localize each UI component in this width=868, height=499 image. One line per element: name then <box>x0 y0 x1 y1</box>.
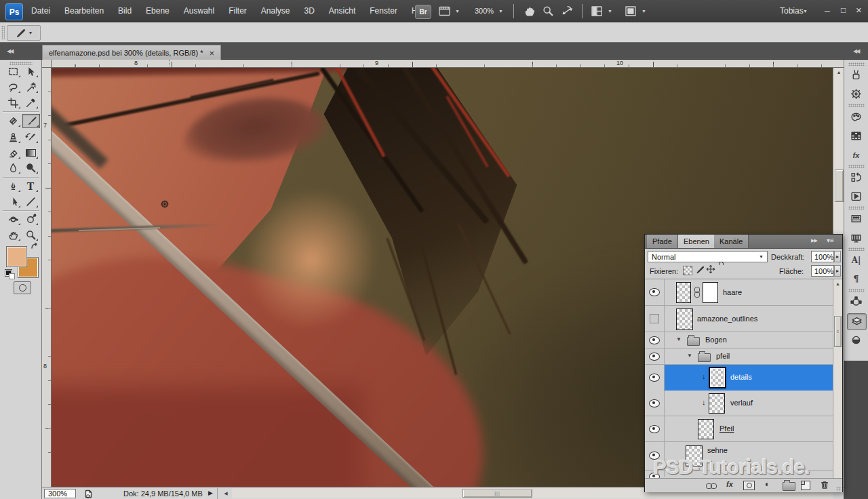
marquee-tool[interactable] <box>5 65 21 78</box>
dock-collapse-icon[interactable]: ◀◀ <box>853 48 859 54</box>
vertical-scroll-thumb[interactable] <box>835 169 844 202</box>
menu-auswahl[interactable]: Auswahl <box>184 0 214 22</box>
magic-wand-tool[interactable] <box>22 81 39 94</box>
history-panel-icon[interactable] <box>847 169 865 185</box>
layers-scroll-thumb[interactable]: ≡ <box>834 316 842 347</box>
menu-datei[interactable]: Datei <box>31 0 50 22</box>
adjustment-layer-icon[interactable]: ◐ <box>765 479 770 489</box>
panel-menu-icon[interactable]: ▾≡ <box>827 237 834 244</box>
menu-3d[interactable]: 3D <box>304 0 315 22</box>
lock-transparency-icon[interactable] <box>683 266 692 275</box>
close-button[interactable]: × <box>856 0 862 20</box>
layer-row-pfeil[interactable]: Pfeil <box>645 416 833 442</box>
blend-mode-select[interactable]: Normal▼ <box>648 251 768 262</box>
move-tool[interactable] <box>22 65 39 78</box>
zoom-tool-icon[interactable] <box>542 5 554 17</box>
ruler-origin-box[interactable] <box>42 60 52 68</box>
add-mask-icon[interactable] <box>743 481 755 490</box>
hand-tool[interactable] <box>5 228 21 241</box>
animation-panel-icon[interactable] <box>847 230 865 245</box>
pen-tool[interactable] <box>5 180 21 193</box>
layer-fill-field[interactable]: 100% <box>811 265 834 277</box>
3d-rotate-tool[interactable] <box>5 213 21 226</box>
dodge-tool[interactable] <box>22 161 39 174</box>
screen-mode-icon[interactable] <box>625 5 637 17</box>
layer-row-bogen[interactable]: ▼ Bogen <box>645 332 833 348</box>
measurement-log-panel-icon[interactable] <box>847 211 865 226</box>
layer-thumbnail[interactable] <box>709 367 726 388</box>
eraser-tool[interactable] <box>5 146 21 159</box>
document-tab[interactable]: elfenamazone.psd bei 300% (details, RGB/… <box>42 45 221 60</box>
character-panel-icon[interactable]: A| <box>847 252 865 268</box>
type-tool[interactable]: T <box>22 180 39 193</box>
brush-presets-panel-icon[interactable] <box>847 67 865 83</box>
menu-fenster[interactable]: Fenster <box>370 0 397 22</box>
horizontal-scroll-thumb[interactable]: ||| <box>462 489 532 498</box>
layer-style-icon[interactable]: fx <box>726 480 733 488</box>
scroll-left-icon[interactable]: ◀ <box>221 488 231 498</box>
layers-panel-icon[interactable] <box>847 313 867 330</box>
quick-mask-button[interactable] <box>14 281 31 294</box>
status-zoom-field[interactable]: 300% <box>44 489 76 498</box>
menu-bearbeiten[interactable]: Bearbeiten <box>64 0 104 22</box>
workspace-user[interactable]: Tobias <box>780 0 804 22</box>
actions-panel-icon[interactable] <box>847 188 865 204</box>
visibility-eye-icon[interactable] <box>649 288 660 296</box>
lasso-tool[interactable] <box>5 81 21 94</box>
visibility-eye-icon[interactable] <box>649 353 660 361</box>
tab-ebenen[interactable]: Ebenen <box>678 235 715 248</box>
crop-tool[interactable] <box>5 96 21 109</box>
link-layers-icon[interactable] <box>705 483 717 489</box>
lock-position-icon[interactable] <box>706 264 715 277</box>
eyedropper-tool[interactable] <box>22 96 39 109</box>
arrange-documents-icon[interactable] <box>591 5 604 17</box>
paragraph-panel-icon[interactable]: ¶ <box>847 271 865 287</box>
status-flyout-icon[interactable]: ▶ <box>208 490 213 496</box>
menu-analyse[interactable]: Analyse <box>261 0 290 22</box>
workspace-dropdown-icon[interactable]: ▼ <box>803 9 808 14</box>
menu-bild[interactable]: Bild <box>118 0 132 22</box>
zoom-dropdown-icon[interactable]: ▼ <box>498 9 503 14</box>
blur-tool[interactable] <box>5 161 21 174</box>
masks-panel-icon[interactable] <box>847 294 865 310</box>
tab-close-icon[interactable]: × <box>209 48 214 58</box>
lock-paint-icon[interactable] <box>695 265 705 277</box>
status-doc-icon[interactable] <box>84 489 93 499</box>
maximize-button[interactable]: □ <box>841 0 846 21</box>
tab-kanaele[interactable]: Kanäle <box>714 235 749 248</box>
adjustments-panel-icon[interactable] <box>847 332 865 348</box>
rotate-view-icon[interactable] <box>561 5 573 17</box>
layers-scroll-up-icon[interactable]: ▲ <box>833 279 842 287</box>
default-colors-icon[interactable] <box>5 270 15 279</box>
panel-resize-grip[interactable] <box>836 487 841 492</box>
menu-filter[interactable]: Filter <box>229 0 247 22</box>
visibility-eye-icon[interactable] <box>649 399 660 407</box>
visibility-eye-icon[interactable] <box>649 425 660 433</box>
extras-icon[interactable] <box>438 5 452 17</box>
toolbox-collapse-icon[interactable]: ◀◀ <box>7 48 12 54</box>
layer-row-amazone-outlines[interactable]: amazone_outlines <box>645 306 833 332</box>
healing-brush-tool[interactable] <box>5 115 21 127</box>
foreground-color-swatch[interactable] <box>7 247 26 266</box>
panel-expand-icon[interactable]: ▶▶ <box>811 238 817 243</box>
history-brush-tool[interactable] <box>22 131 39 144</box>
layer-mask-thumbnail[interactable] <box>703 282 718 303</box>
group-expand-icon[interactable]: ▼ <box>676 336 682 342</box>
hand-tool-icon[interactable] <box>524 5 536 17</box>
zoom-level-select[interactable]: 300% <box>475 0 494 22</box>
layer-row-pfeil-group[interactable]: ▼ pfeil <box>645 348 833 365</box>
menu-ebene[interactable]: Ebene <box>146 0 170 22</box>
bridge-button[interactable]: Br <box>415 5 431 19</box>
visibility-eye-icon[interactable] <box>649 336 660 344</box>
visibility-empty-icon[interactable] <box>650 314 659 323</box>
screen-mode-dropdown-icon[interactable]: ▼ <box>642 9 646 14</box>
color-panel-icon[interactable] <box>847 109 865 125</box>
clone-stamp-tool[interactable] <box>5 131 21 144</box>
color-wheel-panel-icon[interactable] <box>847 86 865 102</box>
layer-fill-spinner[interactable]: ▸ <box>834 265 841 277</box>
tab-pfade[interactable]: Pfade <box>647 235 678 248</box>
visibility-eye-icon[interactable] <box>649 374 660 382</box>
delete-layer-icon[interactable] <box>820 480 829 492</box>
new-layer-icon[interactable] <box>801 481 810 490</box>
new-group-icon[interactable] <box>783 482 795 491</box>
